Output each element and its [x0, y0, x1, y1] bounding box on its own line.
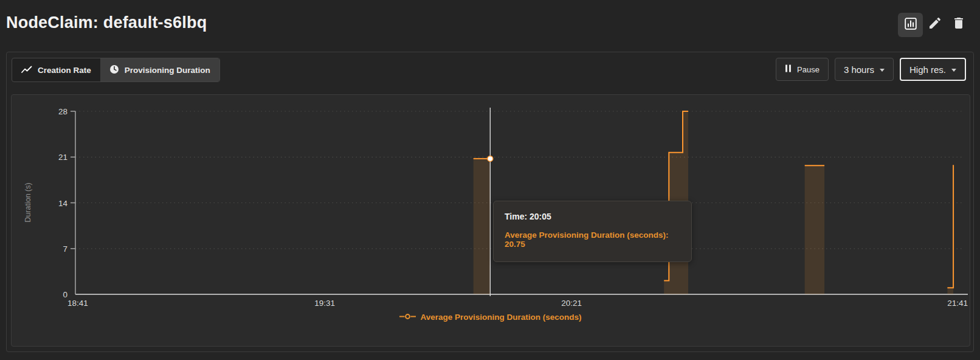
- chart-controls: Pause 3 hours High res.: [776, 58, 966, 81]
- edit-button[interactable]: [927, 16, 944, 33]
- time-range-dropdown[interactable]: 3 hours: [835, 58, 894, 81]
- chevron-down-icon: [951, 69, 956, 72]
- tab-label: Provisioning Duration: [125, 66, 210, 75]
- metric-tab-group: Creation Rate Provisioning Duration: [12, 58, 220, 82]
- hover-point: [488, 156, 493, 161]
- delete-button[interactable]: [950, 16, 967, 33]
- time-range-value: 3 hours: [844, 64, 874, 75]
- x-tick-label: 21:41: [947, 299, 968, 308]
- resolution-dropdown[interactable]: High res.: [900, 58, 966, 81]
- y-tick-label: 21: [58, 153, 67, 162]
- series-line: [947, 165, 953, 288]
- pause-label: Pause: [797, 65, 820, 74]
- tab-provisioning-duration[interactable]: Provisioning Duration: [100, 58, 219, 81]
- legend-label: Average Provisioning Duration (seconds): [420, 313, 581, 322]
- series-area: [947, 165, 953, 294]
- chart-tooltip: Time: 20:05 Average Provisioning Duratio…: [493, 201, 692, 262]
- tooltip-time: Time: 20:05: [505, 212, 680, 221]
- legend-item[interactable]: Average Provisioning Duration (seconds): [12, 311, 970, 322]
- x-tick-label: 19:31: [314, 299, 335, 308]
- x-tick-label: 18:41: [67, 299, 88, 308]
- series-area: [474, 159, 491, 294]
- nodeclaim-panel: NodeClaim: default-s6lbq: [0, 0, 980, 360]
- bar-chart-icon: [904, 17, 917, 33]
- metrics-panel: Creation Rate Provisioning Duration: [6, 52, 974, 352]
- resolution-value: High res.: [909, 64, 946, 75]
- x-tick-label: 20:21: [561, 299, 582, 308]
- y-tick-label: 7: [63, 244, 67, 254]
- y-tick-label: 14: [58, 199, 68, 208]
- chart-variant-toggle-button[interactable]: [898, 13, 923, 37]
- y-axis-title: Duration (s): [24, 166, 32, 239]
- tab-creation-rate[interactable]: Creation Rate: [12, 58, 100, 81]
- chevron-down-icon: [880, 69, 885, 72]
- chart-area: 0714212818:4119:3120:2121:41 Duration (s…: [11, 94, 970, 347]
- trash-icon: [951, 16, 966, 33]
- pencil-icon: [928, 16, 942, 33]
- chart-svg: 0714212818:4119:3120:2121:41: [12, 95, 970, 346]
- trend-line-icon: [21, 65, 32, 75]
- pause-icon: [785, 64, 792, 74]
- y-tick-label: 0: [63, 290, 67, 299]
- pause-button[interactable]: Pause: [776, 58, 829, 81]
- tab-label: Creation Rate: [38, 66, 91, 75]
- clock-icon: [109, 64, 119, 76]
- page-title: NodeClaim: default-s6lbq: [6, 13, 207, 32]
- legend-marker-icon: [399, 311, 416, 322]
- series-area: [805, 165, 824, 294]
- y-tick-label: 28: [58, 107, 67, 116]
- tooltip-value: Average Provisioning Duration (seconds):…: [505, 230, 680, 249]
